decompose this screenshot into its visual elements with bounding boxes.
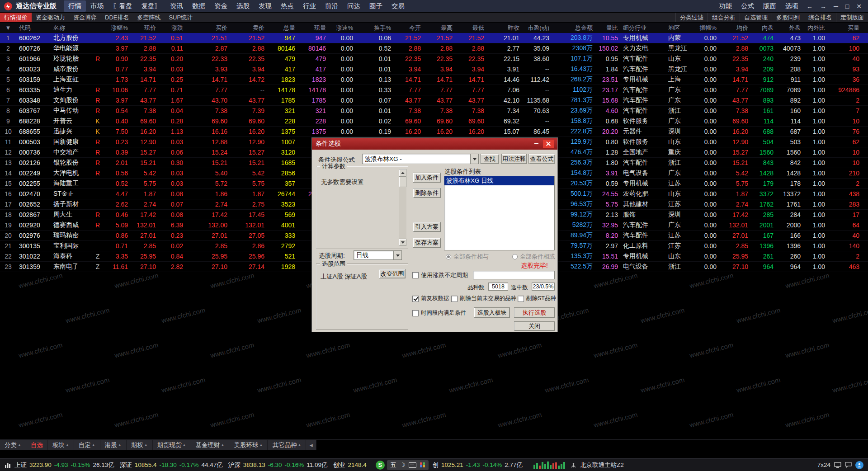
find-button[interactable]: 查找 (480, 154, 499, 164)
menu-item[interactable]: 资讯 (165, 0, 188, 12)
maximize-icon[interactable]: □ (842, 2, 853, 11)
column-header[interactable]: 地区 (665, 24, 693, 32)
menu-item[interactable]: 热点 (276, 0, 298, 12)
checkbox-remove-untraded[interactable]: 剔除当前未交易的品种 (451, 295, 516, 302)
column-header[interactable]: 换手% (355, 24, 393, 32)
tab-scroll-left-icon[interactable]: ◀ (306, 440, 316, 450)
column-header[interactable]: 涨速% (328, 24, 355, 32)
grid-icon[interactable] (420, 462, 425, 467)
close-button[interactable]: 关闭 (514, 321, 555, 331)
toolbar-item[interactable]: 资金驱动力 (32, 13, 69, 22)
column-header[interactable]: 均价 (719, 24, 750, 32)
menu-item[interactable]: 复盘〗 (137, 0, 166, 12)
bottom-tab[interactable]: 自定▲ (74, 440, 100, 450)
column-header[interactable]: 今开 (393, 24, 423, 32)
menu-item[interactable]: 圈子 (365, 0, 387, 12)
menu-item[interactable]: 发现 (254, 0, 276, 12)
checkbox-updown-period[interactable]: 使用涨跌不定周期 (412, 271, 468, 279)
column-header[interactable]: 现价 (130, 24, 158, 32)
bottom-tab[interactable]: 港股▲ (100, 440, 127, 450)
customer-service-icon[interactable] (855, 461, 863, 469)
table-row[interactable]: 8603767中马传动R0.547.380.047.387.393213210.… (0, 106, 868, 116)
back-icon[interactable]: ← (803, 2, 816, 11)
toolbar-item[interactable]: 多股同列 (772, 13, 804, 22)
ime-logo-icon[interactable]: S (376, 461, 385, 470)
formula-combobox[interactable]: 波浪布林XG - (362, 154, 479, 164)
menu-item[interactable]: 行情 (64, 0, 86, 12)
column-header[interactable]: 总金额 (552, 24, 595, 32)
column-header[interactable]: 涨跌 (158, 24, 185, 32)
column-header[interactable]: 细分行业 (620, 24, 665, 32)
table-row[interactable]: 9688228开普云K0.4069.600.2869.6069.60228228… (0, 116, 868, 127)
delete-condition-button[interactable]: 删除条件 (413, 188, 441, 198)
column-header[interactable]: 买价 (185, 24, 230, 32)
menu-item[interactable]: 问达 (343, 0, 365, 12)
column-header[interactable]: 代码 (16, 24, 51, 32)
ime-wubi-icon[interactable]: 五 (391, 461, 396, 469)
column-header[interactable]: 内盘 (750, 24, 776, 32)
server-name[interactable]: 北京联通主站Z2 (580, 461, 624, 469)
bottom-tab[interactable]: 自选 (26, 440, 48, 450)
right-menu-item[interactable]: 版面 (759, 0, 781, 12)
bottom-tab[interactable]: 期货现货▲ (153, 440, 191, 450)
scroll-up-icon[interactable] (399, 169, 406, 176)
toolbar-item[interactable]: 分类过滤 (675, 13, 708, 22)
column-header[interactable]: 名称 (51, 24, 92, 32)
bottom-tab[interactable]: 其它品种▲ (268, 440, 306, 450)
scrollbar-track[interactable] (399, 176, 406, 239)
checkbox-time-range[interactable]: 时间段内满足条件 (412, 309, 466, 317)
moon-icon[interactable]: ☽ (400, 462, 406, 468)
condition-listbox[interactable]: 波浪布林XG 日线 (444, 176, 555, 250)
menu-item[interactable]: 选股 (232, 0, 254, 12)
forward-icon[interactable]: → (816, 2, 830, 11)
toolbar-item[interactable]: 定制版面 (836, 13, 868, 22)
import-plan-button[interactable]: 引入方案 (413, 222, 441, 232)
period-combobox[interactable]: 日线 (354, 250, 402, 260)
table-row[interactable]: 3601966玲珑轮胎R0.9022.350.2022.3322.3547947… (0, 54, 868, 64)
view-formula-button[interactable]: 查看公式 (528, 154, 555, 164)
radio-all-and[interactable]: 全部条件相与 (446, 253, 489, 261)
add-condition-button[interactable]: 加入条件 (413, 173, 441, 183)
chevron-down-icon[interactable] (470, 154, 478, 164)
execute-selection-button[interactable]: 执行选股 (514, 307, 555, 318)
column-header[interactable]: 外盘 (776, 24, 803, 32)
menu-item[interactable]: 市场 (86, 0, 108, 12)
menu-item[interactable]: 前沿 (321, 0, 343, 12)
toolbar-item[interactable]: 行情报价 (0, 13, 32, 22)
keyboard-icon[interactable] (409, 462, 416, 468)
radio-all-or[interactable]: 全部条件相或 (512, 253, 555, 261)
dialog-titlebar[interactable]: 条件选股 (312, 138, 557, 150)
column-header[interactable]: 最低 (455, 24, 486, 32)
scroll-down-icon[interactable] (399, 239, 406, 246)
table-row[interactable]: 4603023威帝股份0.773.940.033.933.944174170.0… (0, 64, 868, 75)
condition-list-item[interactable]: 波浪布林XG 日线 (444, 176, 554, 185)
updown-period-input[interactable] (473, 271, 555, 279)
bottom-tab[interactable]: 板块▲ (48, 440, 74, 450)
column-header[interactable]: 量比 (595, 24, 620, 32)
column-header[interactable]: 最高 (423, 24, 455, 32)
column-header[interactable]: 涨幅% (103, 24, 130, 32)
toolbar-item[interactable]: 多空阵线 (133, 13, 165, 22)
menu-item[interactable]: 数据 (188, 0, 210, 12)
column-header[interactable]: ▼ (0, 24, 16, 31)
dialog-close-icon[interactable] (543, 140, 554, 148)
toolbar-item[interactable]: 组合分析 (708, 13, 740, 22)
change-range-button[interactable]: 改变范围 (379, 269, 406, 278)
column-header[interactable]: 卖价 (230, 24, 267, 32)
menu-item[interactable]: 行业 (298, 0, 321, 12)
bottom-tab[interactable]: 基金理财▲ (191, 440, 230, 450)
chat-icon[interactable] (845, 462, 852, 468)
toolbar-item[interactable]: SUP统计 (165, 13, 197, 22)
table-row[interactable]: 5603159上海亚虹1.7314.710.2514.7114.72182318… (0, 75, 868, 85)
toolbar-item[interactable]: 综合排名 (804, 13, 836, 22)
column-header[interactable]: 内外比 (803, 24, 827, 32)
usage-notes-button[interactable]: 用法注释 (501, 154, 527, 164)
table-row[interactable]: 6603335迪生力R10.067.770.717.77--1417814178… (0, 85, 868, 95)
column-header[interactable]: 买量 (827, 24, 862, 32)
save-plan-button[interactable]: 保存方案 (413, 238, 441, 248)
table-row[interactable]: 1600262北方股份2.4321.520.5121.5121.52947947… (0, 33, 868, 43)
bottom-tab[interactable]: 分类▲ (0, 440, 26, 450)
column-header[interactable]: 昨收 (486, 24, 522, 32)
params-scrollbar[interactable] (399, 169, 406, 246)
menu-item[interactable]: 〖看盘 (108, 0, 137, 12)
